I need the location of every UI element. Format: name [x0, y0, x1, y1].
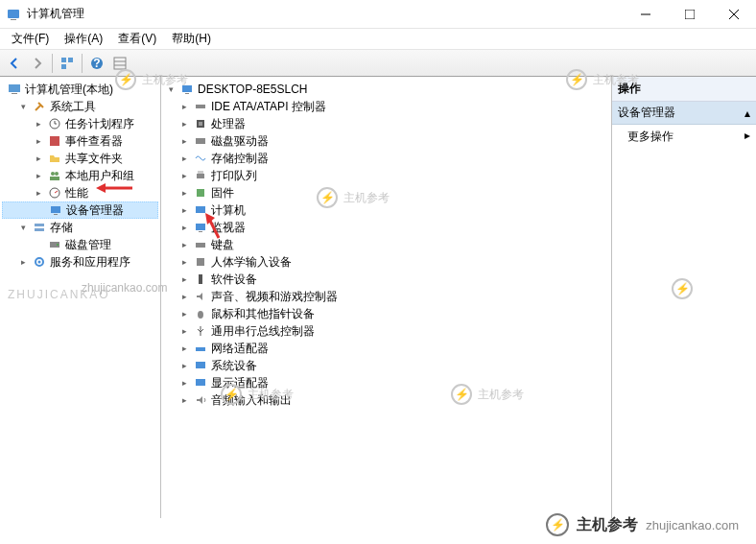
tree-disk-management[interactable]: 磁盘管理	[2, 236, 158, 253]
expand-icon[interactable]: ▸	[178, 256, 190, 268]
tree-services-apps[interactable]: ▸ 服务和应用程序	[2, 253, 158, 271]
minimize-button[interactable]	[624, 0, 668, 29]
svg-rect-28	[35, 228, 44, 231]
expand-icon[interactable]: ▸	[178, 170, 190, 181]
device-software[interactable]: ▸软件设备	[163, 271, 609, 288]
device-hid[interactable]: ▸人体学输入设备	[163, 253, 609, 271]
actions-more[interactable]: 更多操作 ▸	[612, 125, 756, 149]
expand-icon[interactable]: ▸	[178, 135, 190, 147]
toolbar-grid-icon[interactable]	[109, 53, 130, 74]
device-firmware[interactable]: ▸固件	[163, 184, 609, 201]
maximize-button[interactable]	[668, 0, 712, 29]
device-mice[interactable]: ▸鼠标和其他指针设备	[163, 305, 609, 322]
tree-event-viewer[interactable]: ▸ 事件查看器	[2, 132, 158, 150]
expand-icon[interactable]: ▸	[33, 153, 44, 164]
svg-rect-42	[196, 206, 205, 213]
device-monitors[interactable]: ▸监视器	[163, 219, 609, 236]
toolbar-tree-icon[interactable]	[57, 53, 78, 74]
window-title: 计算机管理	[27, 6, 624, 22]
chevron-right-icon: ▸	[744, 129, 750, 145]
svg-rect-39	[197, 174, 204, 178]
device-processors[interactable]: ▸处理器	[163, 115, 609, 132]
tree-root[interactable]: 计算机管理(本地)	[2, 81, 158, 98]
tree-local-users[interactable]: ▸ 本地用户和组	[2, 167, 158, 184]
collapse-icon[interactable]: ▾	[17, 101, 29, 112]
expand-icon[interactable]: ▸	[178, 377, 190, 389]
close-button[interactable]	[712, 0, 756, 29]
device-usb[interactable]: ▸通用串行总线控制器	[163, 322, 609, 340]
expand-icon[interactable]: ▸	[178, 239, 190, 250]
device-system[interactable]: ▸系统设备	[163, 357, 609, 374]
collapse-icon[interactable]: ▾	[17, 222, 29, 233]
svg-line-24	[55, 191, 58, 193]
device-ide[interactable]: ▸IDE ATA/ATAPI 控制器	[163, 98, 609, 115]
expand-icon[interactable]: ▸	[33, 187, 44, 199]
expand-icon[interactable]: ▸	[178, 187, 190, 199]
display-icon	[193, 375, 208, 390]
svg-rect-38	[196, 138, 205, 144]
svg-rect-27	[35, 224, 44, 226]
tree-shared-folders[interactable]: ▸ 共享文件夹	[2, 150, 158, 167]
expand-icon[interactable]: ▸	[178, 308, 190, 319]
expand-icon[interactable]: ▸	[33, 135, 44, 147]
menu-action[interactable]: 操作(A)	[57, 29, 110, 49]
center-pane: ▾ DESKTOP-8E5SLCH ▸IDE ATA/ATAPI 控制器 ▸处理…	[161, 77, 612, 518]
device-sound[interactable]: ▸声音、视频和游戏控制器	[163, 288, 609, 305]
device-keyboards[interactable]: ▸键盘	[163, 236, 609, 253]
expand-icon[interactable]: ▸	[178, 343, 190, 354]
computer-icon	[179, 82, 195, 97]
svg-rect-50	[196, 362, 205, 368]
tree-device-manager[interactable]: 设备管理器	[2, 201, 158, 219]
device-display[interactable]: ▸显示适配器	[163, 374, 609, 391]
expand-icon[interactable]: ▸	[178, 273, 190, 285]
sound-icon	[193, 289, 208, 304]
expand-icon[interactable]: ▸	[178, 291, 190, 302]
left-pane: 计算机管理(本地) ▾ 系统工具 ▸ 任务计划程序 ▸ 事件查看器 ▸ 共享文件…	[0, 77, 161, 518]
device-root[interactable]: ▾ DESKTOP-8E5SLCH	[163, 81, 609, 98]
toolbar-help-icon[interactable]: ?	[86, 53, 107, 74]
expand-icon[interactable]: ▸	[178, 101, 190, 112]
device-audio-io[interactable]: ▸音频输入和输出	[163, 391, 609, 409]
titlebar: 计算机管理	[0, 0, 756, 29]
svg-rect-0	[8, 10, 19, 18]
collapse-icon[interactable]: ▾	[165, 83, 177, 95]
device-print-queues[interactable]: ▸打印队列	[163, 167, 609, 184]
tree-system-tools[interactable]: ▾ 系统工具	[2, 98, 158, 115]
expand-icon[interactable]: ▸	[178, 204, 190, 216]
expand-icon[interactable]: ▸	[178, 360, 190, 371]
svg-point-21	[55, 172, 59, 176]
keyboard-icon	[193, 237, 208, 252]
tree-performance[interactable]: ▸ 性能	[2, 184, 158, 201]
menu-help[interactable]: 帮助(H)	[164, 29, 219, 49]
expand-icon[interactable]: ▸	[33, 118, 44, 130]
storage-icon	[32, 220, 47, 235]
actions-section[interactable]: 设备管理器 ▴	[612, 102, 756, 125]
device-network[interactable]: ▸网络适配器	[163, 340, 609, 357]
expand-icon[interactable]: ▸	[178, 153, 190, 164]
device-storage-ctrl[interactable]: ▸存储控制器	[163, 150, 609, 167]
svg-rect-33	[182, 85, 192, 92]
device-computer[interactable]: ▸计算机	[163, 201, 609, 219]
expand-icon[interactable]: ▸	[178, 118, 190, 130]
menu-file[interactable]: 文件(F)	[4, 29, 57, 49]
svg-rect-11	[114, 58, 126, 69]
expand-icon[interactable]: ▸	[17, 256, 29, 268]
expand-icon[interactable]: ▸	[178, 325, 190, 337]
actions-header: 操作	[612, 77, 756, 102]
expand-icon[interactable]: ▸	[33, 170, 44, 181]
expand-icon[interactable]: ▸	[178, 222, 190, 233]
svg-text:?: ?	[93, 57, 100, 70]
performance-icon	[47, 185, 62, 201]
menu-view[interactable]: 查看(V)	[110, 29, 164, 49]
svg-rect-19	[50, 136, 59, 146]
disk-drive-icon	[193, 133, 208, 149]
svg-rect-44	[199, 231, 202, 232]
tree-storage[interactable]: ▾ 存储	[2, 219, 158, 236]
system-icon	[193, 358, 208, 373]
forward-button[interactable]	[27, 53, 48, 74]
back-button[interactable]	[4, 53, 25, 74]
expand-icon[interactable]: ▸	[178, 394, 190, 406]
svg-rect-15	[12, 93, 17, 94]
device-disk-drives[interactable]: ▸磁盘驱动器	[163, 132, 609, 150]
tree-task-scheduler[interactable]: ▸ 任务计划程序	[2, 115, 158, 132]
